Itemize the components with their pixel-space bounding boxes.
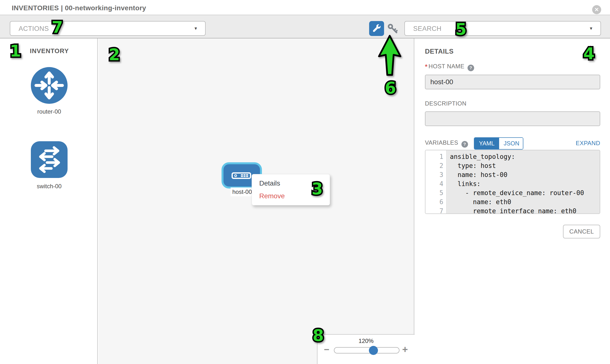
inventory-palette: INVENTORY router-00 bbox=[0, 39, 98, 364]
code-line: links: bbox=[450, 180, 600, 188]
caret-down-icon: ▼ bbox=[194, 22, 198, 35]
toggle-json[interactable]: JSON bbox=[499, 138, 523, 149]
host-node-label: host-00 bbox=[231, 188, 254, 195]
palette-item-label: switch-00 bbox=[31, 183, 67, 190]
code-line: ansible_topology: bbox=[450, 152, 600, 161]
details-title: DETAILS bbox=[425, 48, 454, 55]
search-dropdown-label: SEARCH bbox=[413, 22, 441, 35]
key-icon bbox=[387, 31, 399, 35]
menu-item-remove[interactable]: Remove bbox=[252, 190, 330, 202]
node-context-menu: Details Remove bbox=[252, 174, 330, 205]
hostname-label-row: * HOST NAME ? bbox=[425, 63, 474, 71]
code-line: name: host-00 bbox=[450, 170, 600, 180]
help-icon[interactable]: ? bbox=[467, 65, 474, 71]
actions-dropdown-label: ACTIONS bbox=[19, 22, 49, 35]
zoom-in-button[interactable]: + bbox=[402, 344, 408, 355]
configure-button[interactable] bbox=[369, 21, 384, 36]
router-icon bbox=[31, 100, 67, 104]
variables-code-editor[interactable]: 1 2 3 4 5 6 7 ansible_topology: type: ho… bbox=[425, 150, 600, 214]
menu-item-details[interactable]: Details bbox=[252, 177, 330, 189]
credentials-button[interactable] bbox=[387, 23, 399, 34]
palette-title: INVENTORY bbox=[30, 47, 69, 55]
required-marker: * bbox=[425, 63, 427, 70]
toolbar: ACTIONS ▼ SEARCH ▼ bbox=[0, 15, 610, 39]
palette-item-router[interactable]: router-00 bbox=[31, 67, 67, 116]
hostname-input[interactable] bbox=[425, 75, 600, 89]
host-icon bbox=[232, 172, 251, 179]
zoom-out-button[interactable]: − bbox=[324, 344, 329, 355]
zoom-slider-track[interactable] bbox=[334, 347, 400, 353]
actions-dropdown[interactable]: ACTIONS ▼ bbox=[10, 21, 206, 36]
breadcrumb: INVENTORIES | 00-networking-inventory bbox=[12, 0, 146, 15]
code-line: name: eth0 bbox=[450, 197, 600, 207]
expand-link[interactable]: EXPAND bbox=[576, 140, 600, 147]
zoom-control: 120% − + bbox=[317, 334, 415, 364]
zoom-slider-knob[interactable] bbox=[369, 346, 378, 355]
palette-item-label: router-00 bbox=[31, 108, 67, 115]
editor-line-numbers: 1 2 3 4 5 6 7 bbox=[426, 150, 446, 213]
hostname-label: HOST NAME bbox=[428, 63, 465, 69]
code-line: - remote_device_name: router-00 bbox=[450, 188, 600, 197]
help-icon[interactable]: ? bbox=[461, 141, 468, 148]
caret-down-icon: ▼ bbox=[589, 22, 593, 35]
description-input[interactable] bbox=[425, 111, 600, 126]
editor-code-area[interactable]: ansible_topology: type: host name: host-… bbox=[446, 150, 600, 213]
header-bar: INVENTORIES | 00-networking-inventory ✕ bbox=[0, 0, 610, 15]
code-line: type: host bbox=[450, 161, 600, 170]
details-panel: DETAILS * HOST NAME ? DESCRIPTION VARIAB… bbox=[415, 39, 610, 364]
variables-label: VARIABLES bbox=[425, 139, 458, 146]
description-label: DESCRIPTION bbox=[425, 100, 467, 107]
search-dropdown[interactable]: SEARCH ▼ bbox=[404, 21, 601, 36]
switch-icon bbox=[31, 175, 67, 179]
cancel-button[interactable]: CANCEL bbox=[563, 225, 600, 238]
zoom-level-value: 120% bbox=[317, 338, 415, 344]
toggle-yaml[interactable]: YAML bbox=[474, 138, 499, 149]
code-line: remote_interface_name: eth0 bbox=[450, 207, 600, 214]
variables-format-toggle: YAML JSON bbox=[474, 137, 523, 150]
variables-row: VARIABLES ? YAML JSON EXPAND bbox=[425, 137, 600, 150]
close-icon[interactable]: ✕ bbox=[592, 5, 601, 14]
topology-canvas[interactable]: host-00 Details Remove 120% − + bbox=[99, 39, 415, 364]
palette-item-switch[interactable]: switch-00 bbox=[31, 141, 67, 190]
